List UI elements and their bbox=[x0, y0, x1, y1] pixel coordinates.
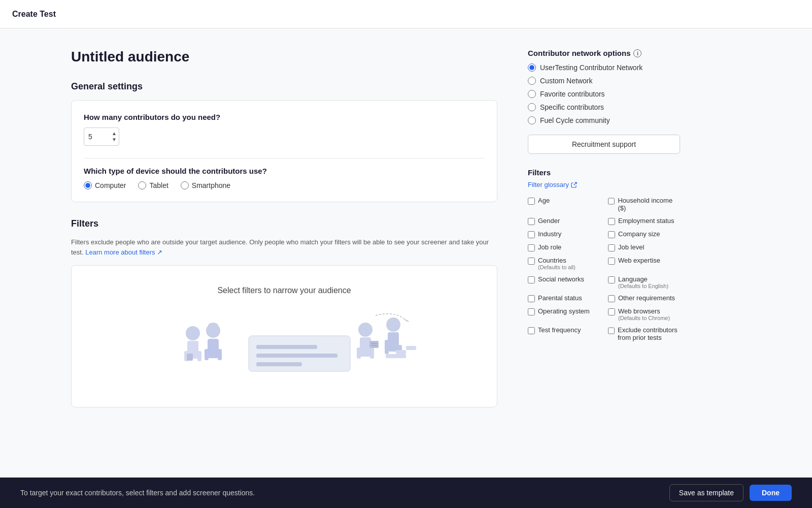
network-option-favorite[interactable]: Favorite contributors bbox=[528, 90, 680, 98]
filter-age-checkbox[interactable] bbox=[528, 198, 535, 205]
svg-rect-17 bbox=[357, 347, 361, 359]
filter-test-frequency-checkbox[interactable] bbox=[528, 327, 535, 334]
contributors-value-field[interactable] bbox=[88, 133, 109, 141]
filter-countries[interactable]: Countries(Defaults to all) bbox=[528, 257, 600, 270]
network-radio-custom[interactable] bbox=[528, 77, 536, 85]
filter-company-size-checkbox[interactable] bbox=[608, 231, 615, 238]
device-option-tablet[interactable]: Tablet bbox=[138, 181, 168, 189]
filter-operating-system-checkbox[interactable] bbox=[528, 308, 535, 315]
svg-line-0 bbox=[405, 320, 409, 322]
filter-web-browsers-checkbox[interactable] bbox=[608, 308, 615, 315]
contributors-spinner: ▲ ▼ bbox=[111, 131, 118, 143]
info-icon[interactable]: i bbox=[633, 49, 641, 57]
svg-rect-23 bbox=[388, 332, 399, 352]
svg-rect-24 bbox=[385, 340, 389, 354]
filter-glossary-link[interactable]: Filter glossary bbox=[528, 181, 680, 188]
device-label-smartphone: Smartphone bbox=[192, 181, 230, 189]
filter-social-networks[interactable]: Social networks bbox=[528, 275, 600, 289]
learn-more-link[interactable]: Learn more about filters ↗ bbox=[85, 248, 162, 256]
svg-rect-8 bbox=[205, 349, 209, 360]
filter-company-size[interactable]: Company size bbox=[608, 230, 680, 238]
filter-social-networks-checkbox[interactable] bbox=[528, 276, 535, 283]
network-label-usertesting: UserTesting Contributor Network bbox=[540, 64, 642, 72]
network-option-specific[interactable]: Specific contributors bbox=[528, 103, 680, 111]
contributor-network-section: Contributor network options i bbox=[528, 49, 680, 57]
filters-description: Filters exclude people who are outside y… bbox=[71, 237, 497, 257]
filter-job-level-checkbox[interactable] bbox=[608, 244, 615, 251]
filter-job-level[interactable]: Job level bbox=[608, 243, 680, 251]
filter-illustration bbox=[132, 305, 436, 387]
filter-household-income-checkbox[interactable] bbox=[608, 198, 615, 205]
recruitment-support-button[interactable]: Recruitment support bbox=[528, 135, 680, 154]
left-panel: Untitled audience General settings How m… bbox=[51, 49, 518, 407]
filter-parental-status[interactable]: Parental status bbox=[528, 294, 600, 302]
filter-household-income[interactable]: Household income ($) bbox=[608, 197, 680, 212]
svg-rect-18 bbox=[370, 347, 374, 359]
filter-job-role[interactable]: Job role bbox=[528, 243, 600, 251]
filters-section-title: Filters bbox=[71, 218, 497, 229]
svg-rect-13 bbox=[256, 354, 337, 358]
network-radio-fuelcycle[interactable] bbox=[528, 116, 536, 124]
network-label-fuelcycle: Fuel Cycle community bbox=[540, 116, 610, 124]
right-panel: Contributor network options i UserTestin… bbox=[518, 49, 690, 407]
svg-rect-5 bbox=[187, 354, 193, 361]
network-option-usertesting[interactable]: UserTesting Contributor Network bbox=[528, 64, 680, 72]
filter-exclude-contributors-checkbox[interactable] bbox=[608, 327, 615, 334]
device-option-computer[interactable]: Computer bbox=[84, 181, 126, 189]
network-option-custom[interactable]: Custom Network bbox=[528, 77, 680, 85]
contributors-decrement[interactable]: ▼ bbox=[111, 137, 118, 143]
svg-point-1 bbox=[186, 326, 200, 340]
filter-checkboxes-grid: Age Household income ($) Gender Employme… bbox=[528, 197, 680, 341]
card-divider bbox=[84, 158, 485, 158]
network-label-custom: Custom Network bbox=[540, 77, 592, 85]
network-radio-specific[interactable] bbox=[528, 103, 536, 111]
filter-age[interactable]: Age bbox=[528, 197, 600, 212]
network-radio-favorite[interactable] bbox=[528, 90, 536, 98]
filter-web-browsers[interactable]: Web browsers(Defaults to Chrome) bbox=[608, 307, 680, 321]
filter-other-requirements[interactable]: Other requirements bbox=[608, 294, 680, 302]
filter-gender[interactable]: Gender bbox=[528, 217, 600, 225]
filter-parental-status-checkbox[interactable] bbox=[528, 295, 535, 302]
header-title: Create Test bbox=[12, 10, 56, 19]
device-radio-computer[interactable] bbox=[84, 181, 92, 189]
filter-empty-text: Select filters to narrow your audience bbox=[217, 286, 351, 295]
filter-employment-status[interactable]: Employment status bbox=[608, 217, 680, 225]
svg-rect-16 bbox=[360, 337, 371, 357]
general-settings-card: How many contributors do you need? ▲ ▼ W… bbox=[71, 100, 497, 202]
filter-industry-checkbox[interactable] bbox=[528, 231, 535, 238]
network-option-fuelcycle[interactable]: Fuel Cycle community bbox=[528, 116, 680, 124]
network-label-specific: Specific contributors bbox=[540, 103, 604, 111]
device-radio-tablet[interactable] bbox=[138, 181, 146, 189]
filters-right-title: Filters bbox=[528, 168, 680, 177]
device-radio-group: Computer Tablet Smartphone bbox=[84, 181, 485, 189]
svg-rect-14 bbox=[256, 362, 302, 366]
device-radio-smartphone[interactable] bbox=[181, 181, 189, 189]
contributors-question-label: How many contributors do you need? bbox=[84, 113, 485, 121]
filter-countries-checkbox[interactable] bbox=[528, 258, 535, 265]
device-label-tablet: Tablet bbox=[149, 181, 168, 189]
device-question-label: Which type of device should the contribu… bbox=[84, 167, 485, 175]
filter-employment-status-checkbox[interactable] bbox=[608, 218, 615, 225]
network-options-list: UserTesting Contributor Network Custom N… bbox=[528, 64, 680, 124]
filter-empty-state: Select filters to narrow your audience bbox=[71, 265, 497, 407]
filter-exclude-contributors[interactable]: Exclude contributors from prior tests bbox=[608, 326, 680, 341]
filter-web-expertise-checkbox[interactable] bbox=[608, 258, 615, 265]
contributors-number-input[interactable]: ▲ ▼ bbox=[84, 128, 119, 146]
device-option-smartphone[interactable]: Smartphone bbox=[181, 181, 230, 189]
contributors-increment[interactable]: ▲ bbox=[111, 131, 118, 137]
contributor-network-title: Contributor network options bbox=[528, 49, 630, 57]
filter-job-role-checkbox[interactable] bbox=[528, 244, 535, 251]
filter-gender-checkbox[interactable] bbox=[528, 218, 535, 225]
svg-point-15 bbox=[358, 323, 373, 337]
filter-language-checkbox[interactable] bbox=[608, 276, 615, 283]
filter-web-expertise[interactable]: Web expertise bbox=[608, 257, 680, 270]
network-label-favorite: Favorite contributors bbox=[540, 90, 605, 98]
general-settings-title: General settings bbox=[71, 81, 497, 92]
filter-operating-system[interactable]: Operating system bbox=[528, 307, 600, 321]
contributors-input-wrapper: ▲ ▼ bbox=[84, 128, 485, 146]
filter-language[interactable]: Language(Defaults to English) bbox=[608, 275, 680, 289]
filter-other-requirements-checkbox[interactable] bbox=[608, 295, 615, 302]
filter-industry[interactable]: Industry bbox=[528, 230, 600, 238]
filter-test-frequency[interactable]: Test frequency bbox=[528, 326, 600, 341]
network-radio-usertesting[interactable] bbox=[528, 64, 536, 72]
